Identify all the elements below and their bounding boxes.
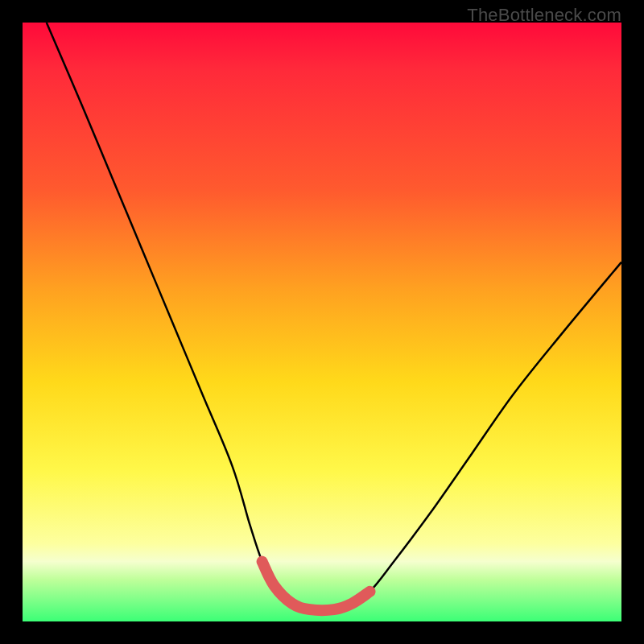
v-curve	[47, 23, 621, 610]
highlight-segment	[262, 562, 370, 611]
curve-svg	[23, 23, 621, 621]
plot-area	[23, 23, 621, 621]
frame: TheBottleneck.com	[0, 0, 644, 644]
